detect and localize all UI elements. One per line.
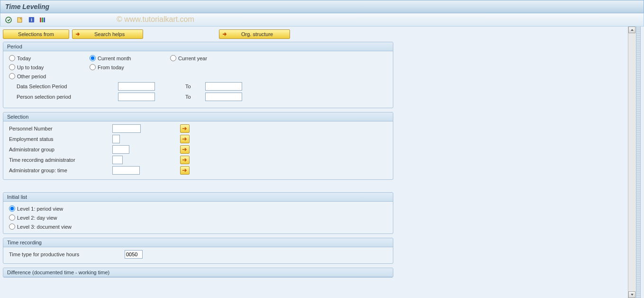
time-type-input[interactable] xyxy=(125,250,143,259)
button-label: Selections from xyxy=(18,31,54,37)
data-selection-period-label: Data Selection Period xyxy=(17,84,118,89)
to-label: To xyxy=(185,84,205,89)
radio-level-1[interactable]: Level 1: period view xyxy=(9,205,387,212)
main-area: Selections from Search helps Org. struct… xyxy=(0,27,628,298)
multiple-selection-button[interactable] xyxy=(180,135,190,143)
group-title: Period xyxy=(3,42,393,51)
time-rec-admin-label: Time recording administrator xyxy=(9,157,112,163)
group-title: Difference (documented time - working ti… xyxy=(3,268,393,277)
time-rec-admin-input[interactable] xyxy=(112,156,123,164)
admin-group-time-input[interactable] xyxy=(112,166,140,175)
admin-group-label: Administrator group xyxy=(9,147,112,152)
multiple-selection-button[interactable] xyxy=(180,124,190,133)
data-selection-from-input[interactable] xyxy=(118,82,155,91)
personnel-number-label: Personnel Number xyxy=(9,126,112,131)
group-title: Time recording xyxy=(3,238,393,247)
arrow-right-icon xyxy=(74,31,81,37)
button-label: Org. structure xyxy=(241,31,273,37)
search-helps-button[interactable]: Search helps xyxy=(72,29,143,39)
employment-status-input[interactable] xyxy=(112,135,120,143)
person-selection-to-input[interactable] xyxy=(205,93,242,101)
difference-group: Difference (documented time - working ti… xyxy=(3,268,393,278)
svg-text:i: i xyxy=(31,18,32,22)
radio-other-period[interactable]: Other period xyxy=(9,73,90,79)
selections-from-button[interactable]: Selections from xyxy=(3,29,69,39)
selection-group: Selection Personnel Number Employment st… xyxy=(3,112,393,180)
time-type-label: Time type for productive hours xyxy=(9,251,125,257)
personnel-number-input[interactable] xyxy=(112,124,141,133)
arrow-right-icon xyxy=(221,31,228,37)
org-structure-button[interactable]: Org. structure xyxy=(219,29,290,39)
period-group: Period Today Current month Current year … xyxy=(3,42,393,108)
radio-current-year[interactable]: Current year xyxy=(170,55,251,61)
admin-group-time-label: Administrator group: time xyxy=(9,168,112,173)
svg-point-0 xyxy=(6,17,11,23)
radio-current-month[interactable]: Current month xyxy=(90,55,170,61)
multiple-selection-button[interactable] xyxy=(180,145,190,154)
info-icon[interactable]: i xyxy=(27,16,36,24)
radio-level-3[interactable]: Level 3: document view xyxy=(9,224,387,230)
radio-today[interactable]: Today xyxy=(9,55,90,61)
splitter-handle[interactable] xyxy=(636,27,641,298)
multiple-selection-button[interactable] xyxy=(180,166,190,175)
vertical-scrollbar[interactable] xyxy=(628,27,636,298)
page-title: Time Leveling xyxy=(5,3,49,10)
employment-status-label: Employment status xyxy=(9,136,112,142)
svg-rect-4 xyxy=(40,18,41,22)
group-title: Selection xyxy=(3,112,393,121)
initial-list-group: Initial list Level 1: period view Level … xyxy=(3,192,393,234)
scroll-down-icon[interactable] xyxy=(628,291,635,298)
button-strip: Selections from Search helps Org. struct… xyxy=(3,29,625,39)
svg-rect-5 xyxy=(42,18,43,22)
radio-level-2[interactable]: Level 2: day view xyxy=(9,214,387,221)
radio-from-today[interactable]: From today xyxy=(90,64,170,70)
layout-icon[interactable] xyxy=(38,16,47,24)
radio-up-to-today[interactable]: Up to today xyxy=(9,64,90,70)
time-recording-group: Time recording Time type for productive … xyxy=(3,238,393,264)
variant-icon[interactable] xyxy=(16,16,24,24)
application-toolbar: i xyxy=(0,13,644,27)
data-selection-to-input[interactable] xyxy=(205,82,242,91)
to-label: To xyxy=(185,94,205,100)
execute-icon[interactable] xyxy=(4,16,13,24)
person-selection-from-input[interactable] xyxy=(118,93,155,101)
group-title: Initial list xyxy=(3,193,393,202)
content-wrapper: Selections from Search helps Org. struct… xyxy=(0,27,644,298)
scroll-up-icon[interactable] xyxy=(628,27,635,33)
button-label: Search helps xyxy=(94,31,125,37)
multiple-selection-button[interactable] xyxy=(180,156,190,164)
svg-rect-6 xyxy=(44,18,45,22)
person-selection-period-label: Person selection period xyxy=(17,94,118,100)
admin-group-input[interactable] xyxy=(112,145,129,154)
title-bar: Time Leveling xyxy=(0,0,644,13)
svg-rect-1 xyxy=(18,18,22,22)
